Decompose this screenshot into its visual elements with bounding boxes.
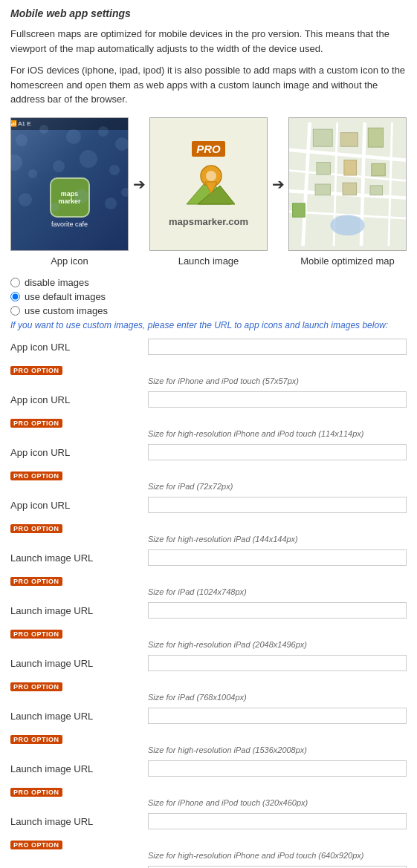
size-hint-2: Size for iPad (72x72px) — [148, 482, 407, 491]
field-row-1: App icon URLPRO OPTION — [10, 391, 407, 428]
image-labels-row: App icon Launch image Mobile optimized m… — [10, 255, 407, 267]
field-group-2: App icon URLPRO OPTIONSize for iPad (72x… — [10, 444, 407, 491]
field-label-col-3: App icon URLPRO OPTION — [10, 497, 148, 533]
size-hint-1: Size for high-resolution iPhone and iPod… — [148, 429, 407, 438]
field-label-col-9: Launch image URLPRO OPTION — [10, 813, 148, 849]
field-input-3[interactable] — [148, 497, 407, 513]
pro-badge-illustration: PRO — [192, 141, 225, 157]
field-group-0: App icon URLPRO OPTIONSize for iPhone an… — [10, 339, 407, 385]
size-hint-5: Size for high-resolution iPad (2048x1496… — [148, 640, 407, 649]
field-input-7[interactable] — [148, 708, 407, 724]
svg-point-14 — [121, 188, 129, 197]
label-app-icon: App icon — [10, 255, 129, 267]
field-group-9: Launch image URLPRO OPTIONSize for high-… — [10, 813, 407, 860]
svg-point-6 — [28, 169, 37, 178]
pro-badge-2: PRO OPTION — [10, 471, 62, 480]
radio-disable-label[interactable]: disable images — [25, 277, 89, 288]
radio-row-default[interactable]: use default images — [10, 291, 407, 302]
field-label-9: Launch image URL — [10, 816, 148, 827]
svg-point-4 — [115, 137, 129, 151]
field-group-8: Launch image URLPRO OPTIONSize for iPhon… — [10, 760, 407, 807]
svg-point-13 — [105, 198, 117, 209]
field-input-col-4 — [148, 549, 407, 566]
field-label-4: Launch image URL — [10, 552, 148, 564]
field-group-5: Launch image URLPRO OPTIONSize for high-… — [10, 602, 407, 649]
pro-badge-7: PRO OPTION — [10, 735, 62, 744]
field-input-col-8 — [148, 760, 407, 777]
field-label-col-0: App icon URLPRO OPTION — [10, 339, 148, 375]
svg-rect-33 — [344, 160, 357, 174]
svg-point-0 — [16, 134, 28, 146]
radio-custom[interactable] — [10, 306, 20, 316]
radio-row-custom[interactable]: use custom images — [10, 305, 407, 316]
app-icon-demo: mapsmarker — [50, 177, 90, 218]
arrow-2: ➔ — [268, 175, 288, 193]
radio-default-label[interactable]: use default images — [25, 291, 106, 302]
app-icon-illustration: 📶 A1 E mapsmarker favorite cafe — [10, 117, 129, 251]
svg-rect-37 — [370, 185, 383, 195]
field-row-7: Launch image URLPRO OPTION — [10, 708, 407, 744]
field-label-6: Launch image URL — [10, 658, 148, 669]
field-input-9[interactable] — [148, 813, 407, 829]
pro-badge-1: PRO OPTION — [10, 419, 62, 428]
url-fields-container: App icon URLPRO OPTIONSize for iPhone an… — [10, 339, 407, 868]
field-input-6[interactable] — [148, 655, 407, 671]
field-input-4[interactable] — [148, 549, 407, 566]
field-label-0: App icon URL — [10, 342, 148, 353]
images-options: disable images use default images use cu… — [10, 277, 407, 332]
pro-badge-5: PRO OPTION — [10, 630, 62, 639]
field-input-5[interactable] — [148, 602, 407, 619]
mobile-map-illustration — [288, 117, 407, 251]
label-mobile-map: Mobile optimized map — [288, 255, 407, 267]
radio-row-disable[interactable]: disable images — [10, 277, 407, 288]
field-input-col-2 — [148, 444, 407, 460]
pro-badge-6: PRO OPTION — [10, 682, 62, 691]
field-group-4: Launch image URLPRO OPTIONSize for iPad … — [10, 549, 407, 596]
field-row-2: App icon URLPRO OPTION — [10, 444, 407, 480]
field-label-col-8: Launch image URLPRO OPTION — [10, 760, 148, 797]
svg-rect-30 — [340, 132, 358, 146]
svg-rect-39 — [293, 203, 306, 216]
field-input-8[interactable] — [148, 760, 407, 777]
launch-site-label: mapsmarker.com — [169, 216, 248, 227]
field-row-6: Launch image URLPRO OPTION — [10, 655, 407, 691]
fav-label: favorite cafe — [51, 221, 88, 228]
pro-badge-4: PRO OPTION — [10, 577, 62, 586]
field-label-2: App icon URL — [10, 447, 148, 458]
radio-disable[interactable] — [10, 278, 20, 287]
arrow-1: ➔ — [129, 175, 149, 193]
field-label-col-6: Launch image URLPRO OPTION — [10, 655, 148, 691]
svg-point-2 — [66, 129, 81, 144]
pro-badge-9: PRO OPTION — [10, 841, 62, 849]
field-input-col-6 — [148, 655, 407, 671]
field-input-col-1 — [148, 391, 407, 408]
svg-point-9 — [109, 165, 120, 175]
field-group-7: Launch image URLPRO OPTIONSize for high-… — [10, 708, 407, 754]
radio-default[interactable] — [10, 292, 20, 301]
pro-badge-0: PRO OPTION — [10, 366, 62, 375]
field-input-1[interactable] — [148, 391, 407, 408]
size-hint-6: Size for iPad (768x1004px) — [148, 693, 407, 702]
field-input-2[interactable] — [148, 444, 407, 460]
field-row-0: App icon URLPRO OPTION — [10, 339, 407, 375]
field-input-col-7 — [148, 708, 407, 724]
field-group-1: App icon URLPRO OPTIONSize for high-reso… — [10, 391, 407, 438]
size-hint-7: Size for high-resolution iPad (1536x2008… — [148, 745, 407, 754]
custom-images-hint: If you want to use custom images, please… — [10, 319, 407, 332]
pro-badge-8: PRO OPTION — [10, 788, 62, 797]
svg-point-10 — [19, 193, 32, 206]
field-label-col-5: Launch image URLPRO OPTION — [10, 602, 148, 639]
field-label-3: App icon URL — [10, 500, 148, 511]
field-input-col-9 — [148, 813, 407, 829]
field-row-3: App icon URLPRO OPTION — [10, 497, 407, 533]
field-label-col-1: App icon URLPRO OPTION — [10, 391, 148, 428]
field-label-1: App icon URL — [10, 394, 148, 405]
size-hint-3: Size for high-resolution iPad (144x144px… — [148, 535, 407, 544]
field-input-0[interactable] — [148, 339, 407, 355]
radio-custom-label[interactable]: use custom images — [25, 305, 108, 316]
pro-badge-3: PRO OPTION — [10, 524, 62, 533]
svg-point-38 — [330, 215, 364, 235]
intro-paragraph-1: Fullscreen maps are optimized for mobile… — [10, 27, 407, 56]
svg-rect-36 — [343, 183, 356, 195]
field-row-8: Launch image URLPRO OPTION — [10, 760, 407, 797]
